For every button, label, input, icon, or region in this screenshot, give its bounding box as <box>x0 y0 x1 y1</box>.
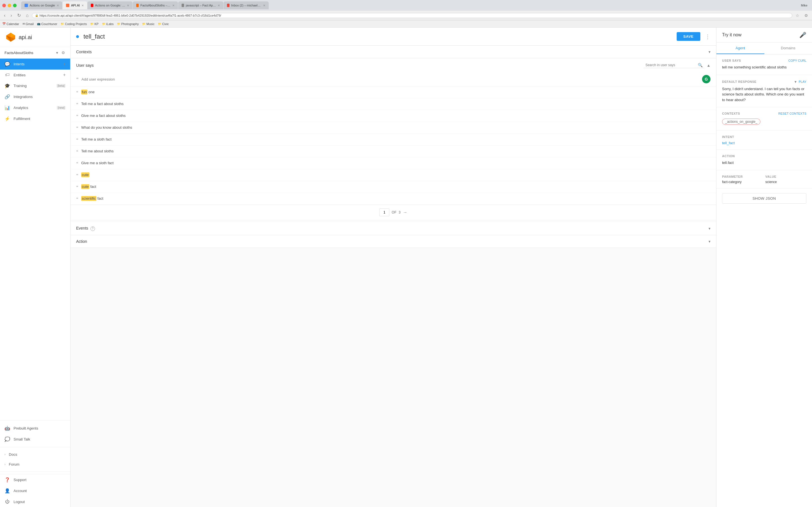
sidebar-item-entities[interactable]: 🏷Entities+ <box>0 69 70 80</box>
browser-tab-3[interactable]: FactsAboutSloths – Functio...✕ <box>133 1 178 9</box>
bookmark-star-icon[interactable]: ☆ <box>794 13 801 18</box>
bookmark-music[interactable]: 📁Music <box>142 22 154 25</box>
address-bar[interactable]: 🔒 https://console.api.ai/api-client/#/ag… <box>32 13 792 18</box>
expression-text-0: fun one <box>81 90 703 95</box>
reset-contexts-button[interactable]: RESET CONTEXTS <box>778 112 806 115</box>
nav-add-entities[interactable]: + <box>63 72 66 77</box>
contexts-header[interactable]: Contexts ▾ <box>70 46 716 58</box>
expand-arrow-docs: › <box>4 453 5 456</box>
close-button[interactable] <box>2 4 6 7</box>
contexts-toggle-icon[interactable]: ▾ <box>709 50 711 54</box>
browser-tab-0[interactable]: Actions on Google✕ <box>21 1 62 9</box>
user-says-header: User says 🔍 ▲ <box>70 58 716 72</box>
next-page-button[interactable]: → <box>403 210 407 215</box>
quote-icon-8: ❝ <box>76 185 79 189</box>
sidebar-item-integrations[interactable]: 🔗Integrations <box>0 91 70 102</box>
events-toggle-icon[interactable]: ▾ <box>709 226 711 231</box>
browser-tab-2[interactable]: Actions on Google: Building...✕ <box>87 1 133 9</box>
sidebar-item-smalltalk[interactable]: 💭Small Talk <box>0 434 70 445</box>
save-button[interactable]: SAVE <box>677 32 700 41</box>
nav-label-integrations: Integrations <box>13 95 66 99</box>
collapse-icon[interactable]: ▲ <box>707 63 711 68</box>
sidebar-bottom: ❓Support👤Account⏻Logout <box>0 474 70 507</box>
bookmark-label-7: Music <box>146 22 154 25</box>
add-expression-input[interactable] <box>82 77 699 81</box>
google-submit-button[interactable]: G <box>702 75 711 83</box>
sidebar-item-account[interactable]: 👤Account <box>0 485 70 496</box>
maximize-button[interactable] <box>13 4 17 7</box>
expression-text-1: Tell me a fact about sloths <box>81 101 703 107</box>
expression-row-3: ❝ What do you know about sloths 🗑 <box>70 122 716 134</box>
bookmark-couchtuner[interactable]: 📺Couchtuner <box>37 22 57 25</box>
action-panel-header: ACTION <box>722 154 806 158</box>
expression-row-9: ❝ scientific fact 🗑 <box>70 193 716 205</box>
action-header[interactable]: Action ▾ <box>70 235 716 247</box>
nav-add-intents[interactable]: + <box>63 62 66 67</box>
page-input[interactable] <box>379 209 389 216</box>
microphone-icon[interactable]: 🎤 <box>799 32 806 38</box>
bookmark-civic[interactable]: 📁Civic <box>158 22 169 25</box>
quote-icon: ❝ <box>76 76 79 82</box>
bookmark-photography[interactable]: 📁Photography <box>117 22 139 25</box>
response-dropdown-icon[interactable]: ▾ <box>795 79 797 84</box>
bookmark-calendar[interactable]: 📅Calendar <box>2 22 19 25</box>
sidebar-item-training[interactable]: 🎓Training[beta] <box>0 80 70 91</box>
sidebar-item-logout[interactable]: ⏻Logout <box>0 496 70 507</box>
bookmark-coding-projects[interactable]: 📁Coding Projects <box>61 22 87 25</box>
tab-close-5[interactable]: ✕ <box>263 4 265 7</box>
bookmark-kp[interactable]: 📁KP <box>90 22 99 25</box>
sidebar-item-fulfillment[interactable]: ⚡Fulfillment <box>0 113 70 124</box>
tab-close-4[interactable]: ✕ <box>218 4 220 7</box>
sidebar-item-support[interactable]: ❓Support <box>0 474 70 485</box>
agent-selector: FactsAboutSloths ▾ ⚙ <box>0 47 70 59</box>
quote-icon-0: ❝ <box>76 90 79 95</box>
nav-label-prebuilt: Prebuilt Agents <box>13 426 66 431</box>
more-options-button[interactable]: ⋮ <box>705 33 711 40</box>
bookmark-gmail[interactable]: ✉Gmail <box>22 22 34 25</box>
extensions-icon[interactable]: ⚙ <box>803 13 810 18</box>
pagination: OF 3 → <box>70 205 716 220</box>
refresh-button[interactable]: ↻ <box>15 12 22 18</box>
browser-tab-1[interactable]: API.AI✕ <box>63 1 87 9</box>
agent-name: FactsAboutSloths <box>4 51 33 55</box>
events-header[interactable]: Events ? ▾ <box>70 222 716 235</box>
tab-close-1[interactable]: ✕ <box>82 4 84 7</box>
agent-tab-domains[interactable]: Domains <box>764 43 812 54</box>
tab-close-0[interactable]: ✕ <box>57 4 59 7</box>
search-area: 🔍 ▲ <box>644 62 711 68</box>
agent-tab-agent[interactable]: Agent <box>716 43 764 54</box>
sidebar-expandable-forum[interactable]: ›Forum <box>0 459 70 469</box>
copy-curl-button[interactable]: COPY CURL <box>788 59 806 62</box>
quote-icon-7: ❝ <box>76 173 79 177</box>
sidebar-item-intents[interactable]: 💬Intents+ <box>0 59 70 69</box>
agent-settings-icon[interactable]: ⚙ <box>61 50 66 55</box>
bookmarks-bar: 📅Calendar✉Gmail📺Couchtuner📁Coding Projec… <box>0 20 812 27</box>
action-title: Action <box>76 239 87 244</box>
events-help-icon[interactable]: ? <box>91 226 95 231</box>
user-says-panel-section: USER SAYS COPY CURL tell me something sc… <box>716 54 812 75</box>
agent-dropdown-icon[interactable]: ▾ <box>56 50 59 55</box>
search-icon[interactable]: 🔍 <box>698 63 703 67</box>
quote-icon-4: ❝ <box>76 137 79 142</box>
sidebar-item-prebuilt[interactable]: 🤖Prebuilt Agents <box>0 423 70 434</box>
expression-text-4: Tell me a sloth fact <box>81 137 703 142</box>
intent-link[interactable]: tell_fact <box>722 141 735 145</box>
back-button[interactable]: ‹ <box>2 12 7 18</box>
expression-row-8: ❝ cute fact 🗑 <box>70 181 716 193</box>
browser-tab-5[interactable]: Inbox (2) – michaelsevilla@...✕ <box>223 1 269 9</box>
action-toggle-icon[interactable]: ▾ <box>709 239 711 244</box>
minimize-button[interactable] <box>8 4 11 7</box>
show-json-button[interactable]: SHOW JSON <box>722 193 806 204</box>
tab-close-2[interactable]: ✕ <box>127 4 129 7</box>
sidebar-expandable-docs[interactable]: ›Docs <box>0 450 70 459</box>
nav-icon-entities: 🏷 <box>4 72 10 77</box>
action-panel-value: tell.fact <box>722 160 806 166</box>
search-input[interactable] <box>645 63 696 67</box>
play-button[interactable]: PLAY <box>799 80 806 83</box>
tab-close-3[interactable]: ✕ <box>172 4 174 7</box>
bookmark-ilabs[interactable]: 📁iLabs <box>102 22 114 25</box>
browser-tab-4[interactable]: javascript – Fact App for Go...✕ <box>178 1 223 9</box>
sidebar-item-analytics[interactable]: 📊Analytics[new] <box>0 102 70 113</box>
forward-button[interactable]: › <box>9 12 13 18</box>
home-button[interactable]: ⌂ <box>24 12 31 18</box>
